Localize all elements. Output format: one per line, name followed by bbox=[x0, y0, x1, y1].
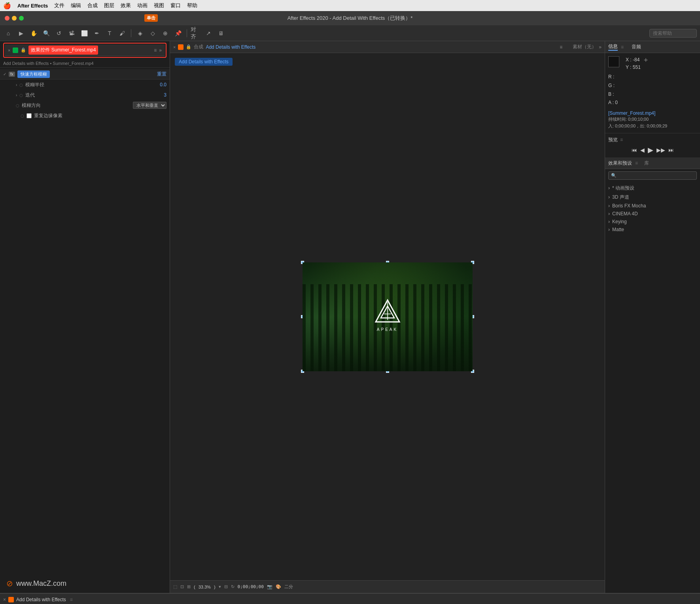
color-options-icon[interactable]: 🎨 bbox=[276, 584, 281, 589]
breadcrumb: Add Details with Effects • Summer_Forest… bbox=[0, 59, 170, 68]
info-menu[interactable]: ≡ bbox=[621, 44, 624, 50]
render-icon[interactable]: 🖥 bbox=[216, 28, 226, 38]
cat-chevron-1: › bbox=[608, 185, 610, 191]
mask-tool[interactable]: ⬜ bbox=[79, 28, 89, 38]
iterations-value[interactable]: 3 bbox=[164, 92, 166, 98]
maximize-button[interactable] bbox=[19, 16, 24, 21]
zoom-percent[interactable]: 33.3% bbox=[199, 585, 211, 589]
video-content: APEAK bbox=[303, 262, 473, 371]
tab-info[interactable]: 信息 bbox=[608, 43, 618, 51]
home-icon[interactable]: ⌂ bbox=[3, 28, 13, 38]
comp-menu[interactable]: ≡ bbox=[560, 44, 562, 50]
panel-close[interactable]: × bbox=[8, 48, 10, 53]
preview-prev[interactable]: ◀ bbox=[640, 147, 645, 153]
blur-dir-select[interactable]: 水平和垂直 水平 垂直 bbox=[133, 102, 166, 109]
frame-icon[interactable]: ⬚ bbox=[173, 584, 177, 589]
repeat-edge-icon: ◌ bbox=[21, 114, 24, 118]
preview-section: 预览 ≡ ⏮ ◀ ▶ ▶▶ ⏭ bbox=[605, 133, 700, 158]
timecode-display[interactable]: 0;00;00;00 bbox=[238, 584, 264, 589]
comp-label[interactable]: Add Details with Effects bbox=[175, 58, 233, 66]
comp-options-icon[interactable]: ⊞ bbox=[187, 584, 191, 589]
category-cinema4d[interactable]: › CINEMA 4D bbox=[605, 210, 700, 218]
fx-effect-name[interactable]: 快速方框模糊 bbox=[17, 70, 50, 78]
close-button[interactable] bbox=[5, 16, 9, 21]
expand-icon[interactable]: ↗ bbox=[203, 28, 214, 38]
effect-controls-tab[interactable]: 效果控件 Summer_Forest.mp4 bbox=[28, 46, 98, 55]
comp-lock[interactable]: 🔒 bbox=[186, 44, 191, 49]
help-search[interactable] bbox=[649, 29, 697, 38]
rotate-tool[interactable]: ↺ bbox=[54, 28, 64, 38]
add-button[interactable]: + bbox=[644, 56, 648, 65]
menu-effects[interactable]: 效果 bbox=[121, 2, 131, 9]
cat-chevron-6: › bbox=[608, 227, 610, 232]
logo-container: APEAK bbox=[374, 298, 401, 332]
blur-radius-value[interactable]: 0.0 bbox=[160, 82, 166, 87]
repeat-edge-checkbox[interactable] bbox=[26, 113, 32, 118]
iterations-chevron[interactable]: › bbox=[16, 93, 17, 97]
menu-compose[interactable]: 合成 bbox=[87, 2, 98, 9]
coord-y: Y : 551 bbox=[626, 64, 641, 71]
tab-audio[interactable]: 音频 bbox=[632, 44, 641, 50]
category-matte[interactable]: › Matte bbox=[605, 226, 700, 234]
hand-tool[interactable]: ✋ bbox=[28, 28, 39, 38]
comp-header: × 🔒 合成 Add Details with Effects ≡ 素材（无） … bbox=[170, 41, 605, 53]
camera-tool[interactable]: 📽 bbox=[66, 28, 77, 38]
apeak-logo bbox=[374, 298, 401, 326]
timeline-close[interactable]: × bbox=[3, 597, 6, 602]
material-expand[interactable]: » bbox=[599, 44, 602, 50]
apple-menu[interactable]: 🍎 bbox=[3, 2, 11, 9]
eraser-tool[interactable]: ◇ bbox=[148, 28, 158, 38]
panel-expand[interactable]: » bbox=[159, 47, 162, 53]
comp-canvas[interactable]: Add Details with Effects bbox=[170, 53, 605, 580]
menu-view[interactable]: 视图 bbox=[154, 2, 164, 9]
effects-presets-menu[interactable]: ≡ bbox=[635, 160, 638, 166]
menu-window[interactable]: 窗口 bbox=[170, 2, 181, 9]
zoom-chevron[interactable]: ▾ bbox=[219, 584, 221, 589]
window-controls bbox=[5, 16, 24, 21]
file-name[interactable]: [Summer_Forest.mp4] bbox=[608, 110, 697, 116]
comp-close[interactable]: × bbox=[173, 45, 176, 49]
camera-icon[interactable]: 📷 bbox=[267, 584, 272, 589]
pin-tool[interactable]: 📌 bbox=[173, 28, 183, 38]
zoom-value[interactable]: ( bbox=[194, 585, 195, 589]
preview-first[interactable]: ⏮ bbox=[632, 147, 637, 153]
menu-help[interactable]: 帮助 bbox=[187, 2, 197, 9]
pen-tool[interactable]: ✒ bbox=[92, 28, 102, 38]
blur-radius-chevron[interactable]: › bbox=[16, 83, 17, 87]
comp-fit-icon[interactable]: ⊟ bbox=[224, 584, 228, 589]
minimize-button[interactable] bbox=[12, 16, 17, 21]
category-boris[interactable]: › Boris FX Mocha bbox=[605, 202, 700, 210]
zoom-tool[interactable]: 🔍 bbox=[41, 28, 51, 38]
split-label[interactable]: 二分 bbox=[284, 584, 293, 590]
panel-menu[interactable]: ≡ bbox=[154, 47, 157, 53]
category-keying[interactable]: › Keying bbox=[605, 218, 700, 226]
fx-badge: fx bbox=[9, 72, 15, 77]
category-3d[interactable]: › 3D 声道 bbox=[605, 193, 700, 202]
effects-search-box[interactable]: 🔍 bbox=[608, 171, 697, 180]
text-tool[interactable]: T bbox=[104, 28, 115, 38]
fx-chevron[interactable]: ✓ bbox=[3, 72, 6, 76]
menu-animate[interactable]: 动画 bbox=[137, 2, 148, 9]
clone-tool[interactable]: ⊕ bbox=[160, 28, 170, 38]
comp-screen-icon[interactable]: ⊡ bbox=[180, 584, 184, 589]
app-menu[interactable]: After Effects bbox=[17, 3, 48, 9]
menu-layer[interactable]: 图层 bbox=[104, 2, 114, 9]
category-animation[interactable]: › * 动画预设 bbox=[605, 184, 700, 193]
select-tool[interactable]: ▶ bbox=[16, 28, 26, 38]
comp-loop-icon[interactable]: ↻ bbox=[231, 584, 235, 589]
channel-b: B : bbox=[608, 90, 697, 99]
preview-play[interactable]: ▶ bbox=[648, 146, 653, 154]
puppet-tool[interactable]: ◈ bbox=[135, 28, 145, 38]
menu-file[interactable]: 文件 bbox=[54, 2, 64, 9]
preview-menu[interactable]: ≡ bbox=[620, 137, 623, 142]
timeline-menu[interactable]: ≡ bbox=[70, 597, 73, 602]
align-icon[interactable]: 对齐 bbox=[191, 28, 201, 38]
library-label[interactable]: 库 bbox=[644, 160, 649, 167]
panel-lock[interactable]: 🔒 bbox=[21, 47, 26, 53]
fx-reset[interactable]: 重置 bbox=[157, 71, 166, 78]
preview-next[interactable]: ▶▶ bbox=[656, 147, 665, 153]
comp-name[interactable]: Add Details with Effects bbox=[206, 44, 255, 50]
brush-tool[interactable]: 🖌 bbox=[117, 28, 127, 38]
menu-edit[interactable]: 编辑 bbox=[71, 2, 81, 9]
preview-last[interactable]: ⏭ bbox=[668, 147, 674, 153]
